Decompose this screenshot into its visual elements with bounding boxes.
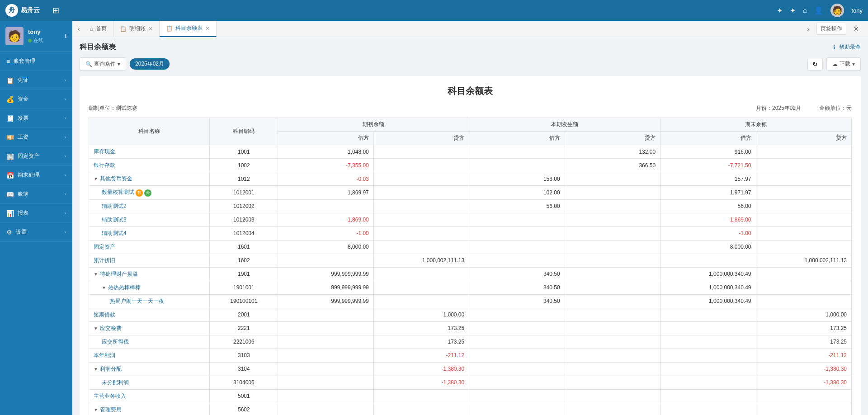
amount-cell [469,349,565,362]
account-code: 1012001 [210,186,278,200]
amount-cell: -1,380.30 [756,362,851,376]
account-name-link[interactable]: 辅助测试3 [102,217,127,223]
fixed-assets-icon: 🏢 [6,153,14,160]
user-icon[interactable]: 👤 [814,6,823,15]
sidebar-item-reports[interactable]: 📊 报表 › [0,204,72,223]
invoice-icon: 🧾 [6,115,14,122]
report-meta: 编制单位：测试陈赛 月份：2025年02月 金额单位：元 [89,104,852,112]
sidebar-label-reports: 报表 [18,209,28,217]
info-icon[interactable]: ℹ [65,33,67,39]
tab-more-button[interactable]: 页签操作 [816,23,846,35]
account-code: 5602 [210,403,278,415]
download-button[interactable]: ☁ 下载 ▾ [826,57,861,71]
sidebar-label-accounts: 账套管理 [14,57,35,65]
account-name-link[interactable]: 未分配利润 [102,379,129,386]
help-icon[interactable]: ℹ [833,44,835,51]
tab-nav-left[interactable]: ‹ [74,24,84,34]
tab-ledger[interactable]: 📋 明细账 ✕ [113,21,160,37]
amount-cell: 102.00 [469,186,565,200]
sidebar-item-salary[interactable]: 💴 工资 › [0,128,72,147]
tab-nav-right[interactable]: › [803,24,813,34]
chevron-right-icon2: › [65,97,66,102]
tab-trial-close[interactable]: ✕ [205,25,210,32]
amount-cell [565,349,660,362]
sidebar-user-info: tony 在线 [28,28,43,44]
col-period-debit: 借方 [469,132,565,145]
sidebar-item-invoice[interactable]: 🧾 发票 › [0,109,72,128]
tab-ledger-close[interactable]: ✕ [148,26,153,32]
refresh-button[interactable]: ↻ [807,58,823,71]
table-row: 数量核算测试数外10120011,869.97102.001,971.97 [89,186,852,200]
amount-cell: -1,869.00 [278,213,373,226]
account-name-link[interactable]: 热热热棒棒棒 [108,284,141,291]
amount-cell: -211.12 [373,349,469,362]
amount-cell: 999,999,999.99 [278,267,373,281]
account-name-link[interactable]: 辅助测试4 [102,230,127,236]
sidebar-item-ledger[interactable]: 📖 账簿 › [0,185,72,204]
account-name-link[interactable]: 辅助测试2 [102,203,127,209]
account-code: 2221 [210,321,278,335]
amount-cell: 1,971.97 [660,186,756,200]
amount-cell: 1,000,000,340.49 [660,281,756,294]
account-name-link[interactable]: 待处理财产损溢 [100,271,138,277]
account-name-link[interactable]: 应交税费 [100,325,122,331]
sidebar-item-fixed-assets[interactable]: 🏢 固定资产 › [0,147,72,166]
tab-trial-balance[interactable]: 📋 科目余额表 ✕ [160,21,217,37]
account-name-link[interactable]: 银行存款 [94,162,115,168]
tab-home[interactable]: ⌂ 首页 [84,21,113,37]
account-name-link[interactable]: 主营业务收入 [94,393,126,399]
sidebar-status: 在线 [28,37,43,44]
account-code: 5001 [210,389,278,403]
table-row: 辅助测试2101200256.0056.00 [89,199,852,213]
account-name-link[interactable]: 累计折旧 [94,257,115,264]
app-name: 易舟云 [21,6,40,14]
amount-cell [660,335,756,349]
amount-cell [565,254,660,267]
bell-icon[interactable]: ✦ [790,6,796,15]
sidebar-item-accounts[interactable]: ≡ 账套管理 [0,52,72,71]
sidebar-item-capital[interactable]: 💰 资金 › [0,90,72,109]
tab-panel-close[interactable]: ✕ [850,24,863,34]
account-code: 1012 [210,172,278,186]
amount-cell: 1,869.97 [278,186,373,200]
amount-cell [469,335,565,349]
home-icon[interactable]: ⌂ [803,6,807,14]
account-name-link[interactable]: 本年利润 [94,352,115,358]
amount-cell [565,186,660,200]
table-row: ▼热热热棒棒棒1901001999,999,999.99340.501,000,… [89,281,852,294]
sidebar-item-settings[interactable]: ⚙ 设置 › [0,223,72,242]
search-conditions-button[interactable]: 🔍 查询条件 ▾ [80,57,126,71]
amount-cell [278,308,373,321]
sidebar-username: tony [28,28,43,35]
sidebar-item-voucher[interactable]: 📋 凭证 › [0,71,72,90]
amount-cell [565,213,660,226]
amount-cell [565,389,660,403]
star-icon[interactable]: ✦ [777,6,783,15]
page-title: 科目余额表 [80,42,116,52]
amount-cell: 132.00 [565,145,660,159]
amount-cell [469,145,565,159]
account-name-link[interactable]: 固定资产 [94,244,115,250]
ledger-tab-icon: 📋 [120,26,127,32]
amount-cell [756,213,851,226]
download-label: 下载 [840,60,850,68]
grid-icon[interactable]: ⊞ [52,5,59,15]
account-name-link[interactable]: 应交所得税 [102,339,129,345]
sidebar-item-period-end[interactable]: 📅 期末处理 › [0,166,72,185]
account-name-link[interactable]: 库存现金 [94,148,115,155]
account-name-link[interactable]: 短期借款 [94,311,115,318]
amount-cell: 173.25 [756,335,851,349]
col-closing-credit: 贷方 [756,132,851,145]
amount-cell [373,240,469,254]
user-avatar[interactable]: 🧑 [830,4,844,17]
top-username[interactable]: tony [851,7,863,14]
account-name-link[interactable]: 利润分配 [100,366,122,372]
account-name-link[interactable]: 其他货币资金 [100,175,132,182]
account-name-link[interactable]: 热局户闹一天一天一夜 [110,298,164,304]
account-name-link[interactable]: 管理费用 [100,406,122,413]
date-filter-tag[interactable]: 2025年02月 [130,58,170,70]
account-name-link[interactable]: 数量核算测试 [102,189,134,195]
account-code: 3104 [210,362,278,376]
amount-cell: 1,048.00 [278,145,373,159]
help-link[interactable]: 帮助录查 [839,43,861,51]
